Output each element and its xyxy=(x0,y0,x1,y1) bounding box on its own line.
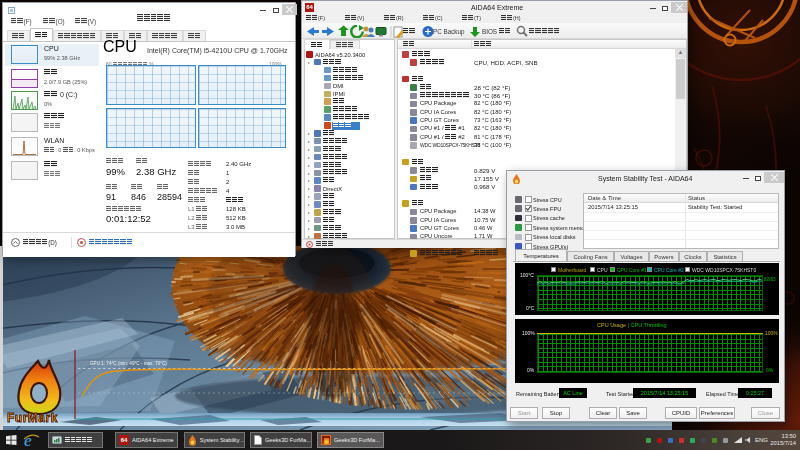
svg-text:e: e xyxy=(24,431,32,449)
svg-text:GPU 1: 74°C (min: 49°C - max:: GPU 1: 74°C (min: 49°C - max: 79°C) xyxy=(90,361,167,366)
svg-text:FurMark: FurMark xyxy=(7,411,58,425)
